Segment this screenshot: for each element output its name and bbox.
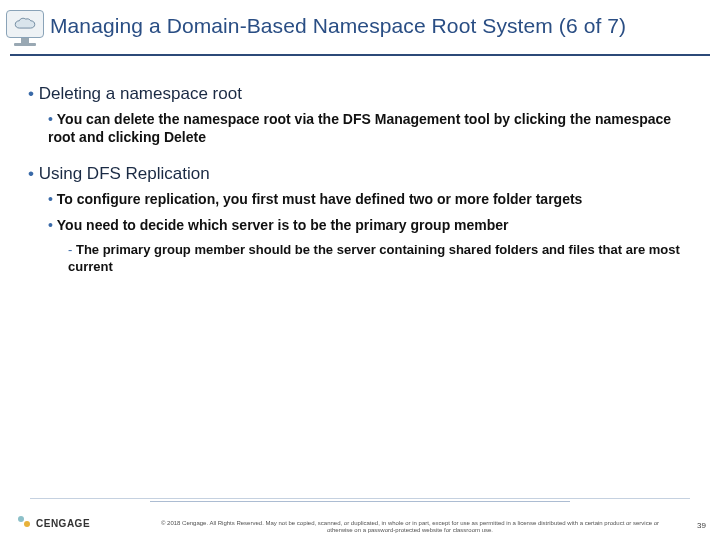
cloud-monitor-icon [6, 10, 44, 46]
slide-body: Deleting a namespace root You can delete… [0, 56, 720, 277]
brand-logo: CENGAGE [18, 516, 90, 530]
monitor-screen [6, 10, 44, 38]
brand-logo-icon [18, 516, 32, 530]
footer: CENGAGE © 2018 Cengage. All Rights Reser… [0, 498, 720, 540]
bullet-heading: Deleting a namespace root [28, 84, 692, 104]
bullet-heading: Using DFS Replication [28, 164, 692, 184]
header: Managing a Domain-Based Namespace Root S… [0, 0, 720, 46]
bullet-point: To configure replication, you first must… [48, 190, 692, 208]
brand-name: CENGAGE [36, 518, 90, 529]
cloud-icon [12, 16, 38, 32]
footer-divider [30, 498, 690, 500]
monitor-stand-icon [6, 38, 44, 46]
sub-bullet-point: The primary group member should be the s… [68, 242, 692, 276]
slide: Managing a Domain-Based Namespace Root S… [0, 0, 720, 540]
page-number: 39 [697, 521, 706, 530]
bullet-point: You need to decide which server is to be… [48, 216, 692, 234]
copyright-text: © 2018 Cengage. All Rights Reserved. May… [150, 520, 670, 534]
slide-title: Managing a Domain-Based Namespace Root S… [50, 10, 626, 38]
bullet-point: You can delete the namespace root via th… [48, 110, 692, 146]
